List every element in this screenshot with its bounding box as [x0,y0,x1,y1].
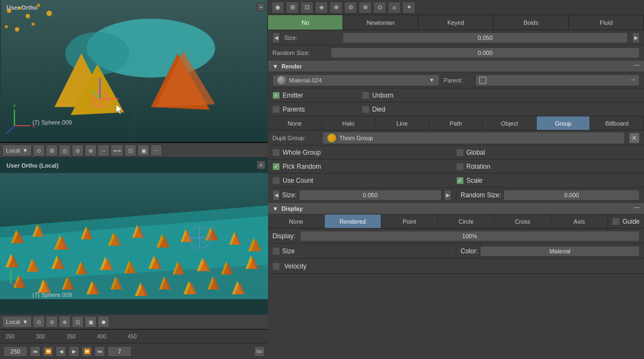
icon-diamond[interactable]: ◈ [315,2,328,13]
random-size-value[interactable]: 0.000 [331,47,640,58]
viewport-bottom-close[interactable]: + [257,161,265,169]
size2-value[interactable]: 0.050 [299,190,442,201]
icon-link[interactable]: ⊕ [330,2,342,13]
view-btn-9[interactable]: ▣ [138,144,149,156]
tab-boids[interactable]: Boids [494,15,568,30]
icon-menu[interactable]: ≡ [388,2,401,13]
view-btn-8[interactable]: ⊡ [125,144,136,156]
cam-btn[interactable]: ▣ [85,316,97,328]
color-value[interactable]: Material [480,246,640,257]
emitter-checkbox[interactable] [272,92,280,99]
step-fwd-btn[interactable]: ⏩ [81,346,92,357]
render-section-dots[interactable]: ⋯ [634,63,640,70]
rtab-group[interactable]: Group [537,116,591,130]
view-btn-3[interactable]: ◎ [59,144,71,156]
tab-keyed[interactable]: Keyed [419,15,494,30]
size-check-col: Size [268,247,456,255]
view-btn-5[interactable]: ⊗ [85,144,97,156]
display-size-checkbox[interactable] [272,247,280,255]
rtab-billboard[interactable]: Billboard [590,116,644,130]
pen-icon[interactable]: ✏ [631,77,636,84]
size2-arrow-left[interactable]: ◀ [272,190,280,201]
icon-close[interactable]: ⊗ [359,2,372,13]
view-btn-4[interactable]: ⊘ [72,144,84,156]
pick-random-checkbox[interactable] [272,163,280,170]
svg-point-16 [15,27,19,32]
frame-input[interactable]: 250 [3,346,28,357]
died-item: Died [362,106,448,113]
dupli-close-btn[interactable]: ✕ [629,133,640,143]
svg-point-12 [26,14,30,18]
material-icon [277,76,286,85]
view-btn-10[interactable]: ⋯ [150,144,162,156]
rtab-halo[interactable]: Halo [322,116,376,130]
whole-group-checkbox[interactable] [272,149,280,156]
tab-newtonian[interactable]: Newtonian [343,15,418,30]
view-btn-2[interactable]: ⊞ [46,144,58,156]
display-section-header[interactable]: ▼ Display ⋯ [268,203,644,215]
size-section-row: ◀ Size: 0.050 ▶ [268,30,644,45]
icon-filter[interactable]: ⊘ [344,2,357,13]
dtab-rendered[interactable]: Rendered [325,215,381,228]
dtab-cross[interactable]: Cross [495,215,551,228]
display-percent-value[interactable]: 100% [300,231,640,241]
size2-arrow-right[interactable]: ▶ [444,190,451,201]
render-section-header[interactable]: ▼ Render ⋯ [268,60,644,72]
parent-label: Parent: [444,77,471,84]
icon-star[interactable]: ✦ [402,2,415,13]
zoom-btn[interactable]: ⊗ [59,316,71,328]
material-dropdown[interactable]: Material.024 ▼ [272,74,440,86]
viewport-top-close[interactable]: + [257,3,265,11]
mode-dropdown-bottom[interactable]: Local ▼ [2,316,32,328]
dtab-none[interactable]: None [268,215,325,228]
rotation-checkbox[interactable] [456,163,464,170]
dupli-field[interactable]: 🔶 Thorn Group [323,132,625,144]
mode-dropdown-top[interactable]: Local ▼ [2,144,32,156]
dtab-axis[interactable]: Axis [551,215,608,228]
parent-field[interactable]: ✏ [475,74,640,86]
died-checkbox[interactable] [362,106,369,113]
scale-checkbox[interactable] [456,177,464,184]
icon-grid[interactable]: ⊞ [286,2,299,13]
unborn-checkbox[interactable] [362,92,369,99]
view-btn-1[interactable]: ⊙ [33,144,45,156]
rtab-path[interactable]: Path [429,116,483,130]
guide-checkbox[interactable] [612,218,620,225]
icon-particles[interactable]: ◉ [271,2,284,13]
random-size2-value[interactable]: 0.000 [503,190,640,201]
size-value[interactable]: 0.050 [342,32,628,43]
global-checkbox[interactable] [456,149,464,156]
jump-start-btn[interactable]: ⏮ [30,346,40,357]
render-btn[interactable]: ⊡ [72,316,84,328]
pan-btn[interactable]: ⊘ [46,316,58,328]
keyframe-input[interactable]: 7 [107,346,132,357]
no-btn[interactable]: No [254,346,265,357]
rec-btn[interactable]: ⏺ [98,316,109,328]
size-arrow-left[interactable]: ◀ [272,32,280,43]
parents-died-row: Parents Died [268,102,644,116]
play-btn[interactable]: ▶ [68,346,79,357]
material-row: Material.024 ▼ Parent: ✏ [268,72,644,88]
parents-checkbox[interactable] [272,106,280,113]
died-label: Died [372,106,386,113]
display-section-dots[interactable]: ⋯ [634,205,640,212]
orbit-btn[interactable]: ⊙ [33,316,45,328]
dtab-circle[interactable]: Circle [438,215,495,228]
jump-end-btn[interactable]: ⏭ [94,346,105,357]
view-btn-7[interactable]: ⟺ [111,144,124,156]
size-arrow-right[interactable]: ▶ [632,32,640,43]
step-back-btn[interactable]: ⏪ [43,346,53,357]
rtab-none[interactable]: None [268,116,322,130]
dtab-point[interactable]: Point [381,215,438,228]
size-left: ◀ Size: 0.050 ▶ [268,190,456,201]
icon-box[interactable]: ⊡ [300,2,313,13]
view-btn-6[interactable]: ↔ [98,144,109,156]
icon-circle[interactable]: ⊙ [373,2,386,13]
play-back-btn[interactable]: ◀ [56,346,66,357]
rtab-line[interactable]: Line [375,116,429,130]
use-count-checkbox[interactable] [272,177,280,184]
rtab-object[interactable]: Object [483,116,537,130]
tab-fluid[interactable]: Fluid [569,15,644,30]
tab-no[interactable]: No [268,15,343,30]
velocity-checkbox[interactable] [272,263,280,270]
